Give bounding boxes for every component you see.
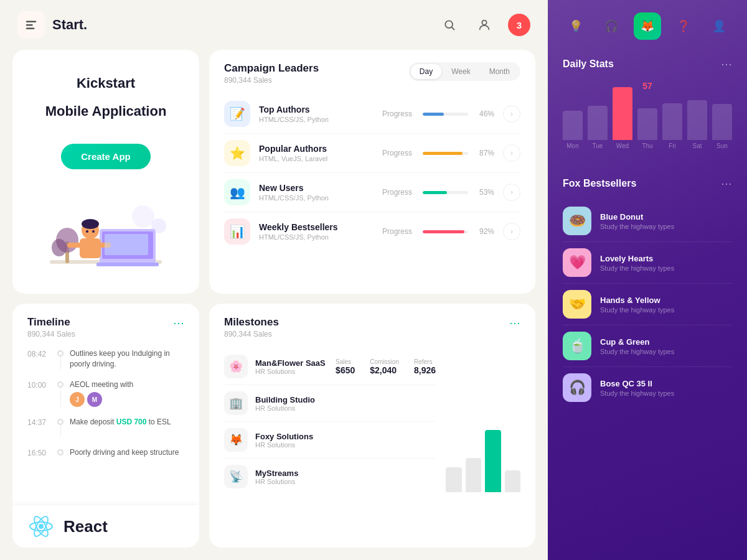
milestone-icon: 🏢 — [224, 391, 248, 415]
bestseller-name: Hands & Yellow — [600, 296, 732, 305]
user-avatar-icon[interactable] — [473, 14, 496, 36]
milestone-list: 🌸 Man&Flower SaaS HR Solutions Sales $65… — [224, 348, 436, 495]
timeline-text: Make deposit USD 700 to ESL — [70, 417, 184, 427]
notification-badge[interactable]: 3 — [508, 14, 530, 36]
create-app-button[interactable]: Create App — [61, 144, 150, 169]
leader-icon: ⭐ — [224, 140, 250, 166]
progress-bar — [423, 152, 463, 155]
svg-rect-15 — [67, 243, 86, 248]
milestones-chart — [446, 348, 520, 495]
svg-line-4 — [452, 27, 454, 30]
leader-row: 📊 Weekly Bestsellers HTML/CSS/JS, Python… — [224, 212, 520, 251]
timeline-dot — [57, 350, 63, 357]
timeline-dots[interactable]: ⋯ — [173, 316, 184, 330]
timeline-dot — [57, 381, 63, 388]
timeline-content: Poorly driving and keep structure — [70, 447, 184, 458]
bestseller-info: Bose QC 35 II Study the highway types — [600, 379, 732, 397]
timeline-dot-wrap — [57, 417, 63, 437]
lightbulb-icon[interactable]: 💡 — [562, 12, 590, 40]
bestseller-thumbnail: 🎧 — [563, 373, 591, 402]
daily-stats-title: Daily Stats — [563, 58, 614, 70]
leader-chevron-button[interactable]: › — [503, 184, 520, 201]
bestseller-list: 🍩 Blue Donut Study the highway types 💗 L… — [563, 200, 732, 408]
timeline-time: 08:42 — [27, 348, 51, 370]
milestone-info: Foxy Solutions HR Solutions — [255, 432, 436, 449]
timeline-line — [60, 425, 61, 437]
campaign-tabs: Day Week Month — [409, 62, 520, 81]
react-footer: React — [12, 505, 199, 548]
leader-row: 👥 New Users HTML/CSS/JS, Python Progress… — [224, 173, 520, 212]
sidebar: 💡🎧🦊❓👤 Daily Stats ⋯ MonTueWedThuFriSatSu… — [548, 0, 747, 560]
svg-rect-0 — [26, 21, 37, 22]
progress-bar — [423, 113, 444, 116]
chart-bar-wrap: Mon — [563, 81, 583, 149]
fox-icon[interactable]: 🦊 — [634, 12, 661, 40]
milestones-header: Milestones 890,344 Sales ⋯ — [224, 316, 520, 338]
chart-peak-value: 57 — [642, 81, 652, 91]
milestone-info: MyStreams HR Solutions — [255, 469, 436, 485]
milestone-sales-val: $650 — [336, 365, 355, 375]
milestones-title: Milestones — [224, 316, 279, 329]
milestone-info: Man&Flower SaaS HR Solutions — [255, 358, 328, 375]
chart-bar — [662, 103, 682, 141]
timeline-item: 10:00 AEOL meeting with J M — [27, 380, 184, 408]
chart-bar-wrap: Thu — [637, 81, 657, 149]
main-area: Start. 3 Kickstart Mobile A — [0, 0, 548, 560]
leader-info: Weekly Bestsellers HTML/CSS/JS, Python — [259, 222, 374, 241]
bestseller-info: Blue Donut Study the highway types — [600, 212, 732, 230]
timeline-text: Poorly driving and keep structure — [70, 447, 184, 458]
bestseller-thumbnail: 🍵 — [563, 332, 591, 360]
progress-percent: 53% — [474, 188, 494, 197]
milestone-refers-val: 8,926 — [414, 365, 436, 375]
timeline-avatar: J — [70, 392, 85, 407]
milestones-dots[interactable]: ⋯ — [509, 316, 520, 330]
leader-chevron-button[interactable]: › — [503, 144, 520, 162]
timeline-content: AEOL meeting with J M — [70, 380, 184, 408]
timeline-content: Outlines keep you Indulging in poorly dr… — [70, 348, 184, 370]
chart-bar — [563, 111, 583, 140]
svg-point-12 — [52, 239, 67, 256]
fox-bestsellers-dots[interactable]: ⋯ — [721, 177, 732, 190]
campaign-leaders-card: Campaign Leaders 890,344 Sales Day Week … — [209, 50, 535, 294]
leader-chevron-button[interactable]: › — [503, 223, 520, 240]
progress-percent: 87% — [474, 149, 494, 157]
question-icon[interactable]: ❓ — [670, 12, 697, 40]
timeline-time: 14:37 — [27, 417, 51, 437]
milestones-card: Milestones 890,344 Sales ⋯ 🌸 Man&Flower … — [209, 304, 535, 548]
timeline-title: Timeline — [27, 316, 75, 329]
timeline-dot — [57, 419, 63, 425]
fox-bestsellers-title: Fox Bestsellers — [563, 178, 636, 189]
chart-bar — [588, 106, 608, 140]
tab-day[interactable]: Day — [411, 64, 441, 79]
search-icon[interactable] — [438, 14, 461, 36]
chart-bar-wrap: Sat — [687, 81, 707, 149]
timeline-item: 16:50 Poorly driving and keep structure — [27, 447, 184, 458]
leader-name: Weekly Bestsellers — [259, 222, 374, 232]
tab-week[interactable]: Week — [443, 64, 479, 79]
svg-rect-2 — [26, 28, 35, 29]
milestone-row: 🏢 Building Studio HR Solutions — [224, 385, 436, 422]
bar-chart: MonTueWedThuFriSatSun57 — [563, 81, 732, 162]
user-icon[interactable]: 👤 — [705, 12, 733, 40]
tab-month[interactable]: Month — [481, 64, 519, 79]
timeline-text: AEOL meeting with — [70, 380, 184, 390]
chart-day-label: Wed — [616, 142, 629, 149]
progress-bar — [423, 230, 464, 233]
progress-label: Progress — [382, 149, 416, 157]
leader-chevron-button[interactable]: › — [503, 105, 520, 123]
milestones-body: 🌸 Man&Flower SaaS HR Solutions Sales $65… — [224, 348, 520, 495]
svg-rect-1 — [26, 24, 33, 26]
progress-bar-wrap — [423, 191, 468, 194]
timeline-line — [60, 388, 61, 408]
progress-bar — [423, 191, 447, 194]
milestone-name: MyStreams — [255, 469, 436, 478]
fox-bestsellers-header: Fox Bestsellers ⋯ — [563, 177, 732, 190]
milestones-subtitle: 890,344 Sales — [224, 330, 279, 338]
daily-stats-dots[interactable]: ⋯ — [721, 57, 732, 71]
milestone-chart-bar — [466, 458, 482, 492]
milestone-chart-bar-wrap — [446, 430, 462, 492]
svg-point-17 — [82, 219, 99, 229]
timeline-dot-wrap — [57, 447, 63, 458]
chart-day-label: Sun — [716, 142, 728, 149]
headphone-icon[interactable]: 🎧 — [598, 12, 625, 40]
